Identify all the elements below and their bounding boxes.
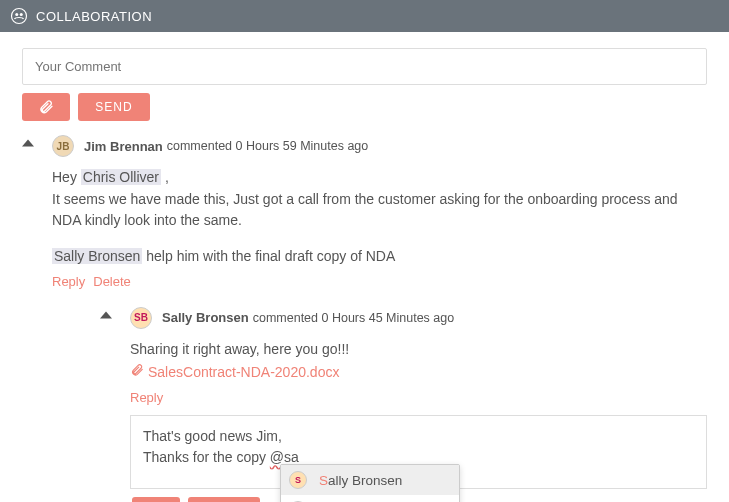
mention-typing: @sa xyxy=(270,449,299,465)
svg-point-1 xyxy=(15,13,18,16)
comment-text: Sharing it right away, here you go!!! xyxy=(130,339,707,361)
comment-author[interactable]: Sally Bronsen xyxy=(162,310,249,325)
mention[interactable]: Sally Bronsen xyxy=(52,248,142,264)
comment-text: help him with the final draft copy of ND… xyxy=(142,248,395,264)
mention-suggest-popup: S Sally Bronsen S Sarah Smith xyxy=(280,464,460,502)
svg-marker-4 xyxy=(100,311,112,318)
avatar: JB xyxy=(52,135,74,157)
suggest-highlight: S xyxy=(319,473,328,488)
reply-link[interactable]: Reply xyxy=(130,390,163,405)
mention-suggest-item[interactable]: S Sarah Smith xyxy=(281,495,459,502)
comment-input[interactable] xyxy=(22,48,707,85)
people-icon xyxy=(10,7,28,25)
panel-header: COLLABORATION xyxy=(0,0,729,32)
comment-body: Hey Chris Olliver , It seems we have mad… xyxy=(52,167,707,268)
paperclip-icon xyxy=(130,362,144,384)
send-button[interactable]: SEND xyxy=(188,497,260,502)
attach-button[interactable] xyxy=(22,93,70,121)
suggest-label: ally Bronsen xyxy=(328,473,402,488)
send-button[interactable]: SEND xyxy=(78,93,150,121)
attach-button[interactable] xyxy=(132,497,180,502)
svg-marker-3 xyxy=(22,139,34,146)
comment-text: It seems we have made this, Just got a c… xyxy=(52,189,707,232)
paperclip-icon xyxy=(38,99,54,115)
mention-suggest-item[interactable]: S Sally Bronsen xyxy=(281,465,459,495)
collapse-icon[interactable] xyxy=(22,137,34,152)
comment-item: JB Jim Brennan commented 0 Hours 59 Minu… xyxy=(22,135,707,502)
comment-text: , xyxy=(161,169,169,185)
reply-link[interactable]: Reply xyxy=(52,274,85,289)
panel-title: COLLABORATION xyxy=(36,9,152,24)
avatar: SB xyxy=(130,307,152,329)
editor-text: Thanks for the copy xyxy=(143,449,270,465)
svg-point-2 xyxy=(20,13,23,16)
comment-meta: commented 0 Hours 59 Minutes ago xyxy=(167,139,369,153)
collapse-icon[interactable] xyxy=(100,309,112,324)
comment-body: Sharing it right away, here you go!!! Sa… xyxy=(130,339,707,384)
comment-author[interactable]: Jim Brennan xyxy=(84,139,163,154)
delete-link[interactable]: Delete xyxy=(93,274,131,289)
comment-meta: commented 0 Hours 45 Minutes ago xyxy=(253,311,455,325)
editor-text: That's good news Jim, xyxy=(143,426,694,447)
attachment-filename: SalesContract-NDA-2020.docx xyxy=(148,362,339,384)
comment-text: Hey xyxy=(52,169,81,185)
mention[interactable]: Chris Olliver xyxy=(81,169,161,185)
svg-point-0 xyxy=(12,9,27,24)
avatar: S xyxy=(289,471,307,489)
attachment-link[interactable]: SalesContract-NDA-2020.docx xyxy=(130,362,707,384)
